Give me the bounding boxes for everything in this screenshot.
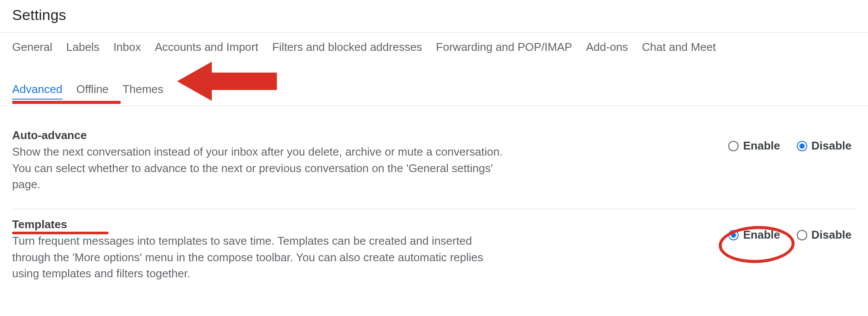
- radio-group-auto-advance: Enable Disable: [728, 129, 856, 153]
- tab-general[interactable]: General: [12, 40, 53, 57]
- radio-icon: [797, 141, 807, 151]
- tab-offline[interactable]: Offline: [76, 83, 109, 100]
- setting-title: Templates: [12, 218, 67, 231]
- radio-label: Enable: [743, 139, 780, 153]
- tab-accounts-import[interactable]: Accounts and Import: [155, 40, 258, 57]
- radio-icon: [728, 230, 739, 240]
- tab-labels[interactable]: Labels: [66, 40, 100, 57]
- setting-description: Turn frequent messages into templates to…: [12, 233, 511, 282]
- setting-row-templates: Templates Turn frequent messages into te…: [12, 209, 856, 298]
- radio-group-templates: Enable Disable: [728, 218, 856, 242]
- radio-label: Disable: [812, 228, 852, 242]
- tab-inbox[interactable]: Inbox: [113, 40, 141, 57]
- page-title: Settings: [12, 0, 856, 32]
- settings-list: Auto-advance Show the next conversation …: [12, 106, 856, 298]
- tab-themes[interactable]: Themes: [122, 83, 163, 100]
- svg-marker-0: [177, 62, 277, 101]
- annotation-underline-tabs: [12, 101, 121, 104]
- tab-chat-meet[interactable]: Chat and Meet: [642, 40, 716, 57]
- setting-info: Auto-advance Show the next conversation …: [12, 129, 511, 193]
- tab-forwarding-pop-imap[interactable]: Forwarding and POP/IMAP: [436, 40, 572, 57]
- setting-info: Templates Turn frequent messages into te…: [12, 218, 511, 282]
- radio-enable[interactable]: Enable: [728, 139, 780, 153]
- tab-advanced[interactable]: Advanced: [12, 83, 62, 100]
- tab-addons[interactable]: Add-ons: [586, 40, 628, 57]
- tabs-nav: General Labels Inbox Accounts and Import…: [12, 33, 856, 100]
- radio-disable[interactable]: Disable: [797, 228, 852, 242]
- annotation-underline-templates: [12, 232, 108, 234]
- tabs-row2: Advanced Offline Themes: [12, 70, 856, 100]
- setting-description: Show the next conversation instead of yo…: [12, 144, 511, 193]
- tab-filters-blocked[interactable]: Filters and blocked addresses: [272, 40, 422, 57]
- radio-enable[interactable]: Enable: [728, 228, 780, 242]
- radio-icon: [797, 230, 807, 240]
- radio-disable[interactable]: Disable: [797, 139, 852, 153]
- radio-label: Enable: [743, 228, 780, 242]
- radio-icon: [728, 141, 739, 151]
- radio-label: Disable: [812, 139, 852, 153]
- setting-title: Auto-advance: [12, 129, 87, 142]
- annotation-arrow-icon: [177, 60, 277, 103]
- setting-row-auto-advance: Auto-advance Show the next conversation …: [12, 120, 856, 209]
